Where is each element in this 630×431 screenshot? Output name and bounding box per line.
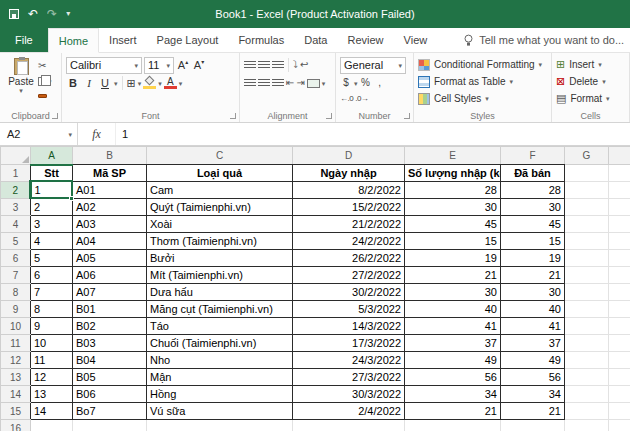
increase-decimal-icon[interactable]: ←.0	[340, 95, 353, 103]
cell-G11[interactable]	[565, 335, 609, 352]
bold-button[interactable]: B	[66, 78, 80, 89]
row-header-6[interactable]: 6	[1, 250, 31, 267]
cell-D12[interactable]: 24/3/2022	[293, 352, 405, 369]
cell-D14[interactable]: 30/3/2022	[293, 386, 405, 403]
cell-F7[interactable]: 21	[501, 267, 565, 284]
cell-G12[interactable]	[565, 352, 609, 369]
cell-F5[interactable]: 15	[501, 233, 565, 250]
cell-A7[interactable]: 6	[31, 267, 73, 284]
cell-G14[interactable]	[565, 386, 609, 403]
merge-center-icon[interactable]	[307, 79, 320, 88]
cell-A13[interactable]: 12	[31, 369, 73, 386]
cell-D15[interactable]: 2/4/2022	[293, 403, 405, 420]
cell-D10[interactable]: 14/3/2022	[293, 318, 405, 335]
cell-F12[interactable]: 49	[501, 352, 565, 369]
tab-review[interactable]: Review	[337, 28, 393, 52]
cell-C16[interactable]	[147, 420, 293, 431]
align-center-icon[interactable]	[258, 79, 270, 88]
delete-button[interactable]: ⊠ Delete ▾	[556, 73, 625, 90]
tab-page-layout[interactable]: Page Layout	[147, 28, 229, 52]
row-header-4[interactable]: 4	[1, 216, 31, 233]
cell-B12[interactable]: B04	[73, 352, 147, 369]
cell-A4[interactable]: 3	[31, 216, 73, 233]
cell-F6[interactable]: 19	[501, 250, 565, 267]
cell-C12[interactable]: Nho	[147, 352, 293, 369]
decrease-decimal-icon[interactable]: .0→	[355, 95, 368, 103]
cell-G15[interactable]	[565, 403, 609, 420]
cell-C4[interactable]: Xoài	[147, 216, 293, 233]
cell-E4[interactable]: 45	[405, 216, 501, 233]
row-header-15[interactable]: 15	[1, 403, 31, 420]
cell-B11[interactable]: B03	[73, 335, 147, 352]
cell-B10[interactable]: B02	[73, 318, 147, 335]
cell-G1[interactable]	[565, 165, 609, 182]
format-painter-button[interactable]	[38, 90, 52, 102]
cell-B7[interactable]: A06	[73, 267, 147, 284]
row-header-8[interactable]: 8	[1, 284, 31, 301]
tell-me-box[interactable]: Tell me what you want to do...	[463, 28, 624, 52]
cell-F8[interactable]: 30	[501, 284, 565, 301]
tab-file[interactable]: File	[0, 28, 48, 52]
formula-input[interactable]: 1	[116, 123, 630, 145]
row-header-5[interactable]: 5	[1, 233, 31, 250]
format-button[interactable]: ▤ Format ▾	[556, 90, 625, 107]
row-header-7[interactable]: 7	[1, 267, 31, 284]
tab-data[interactable]: Data	[294, 28, 337, 52]
format-as-table-button[interactable]: Format as Table ▾	[418, 73, 547, 90]
comma-style-button[interactable]: ,	[374, 78, 386, 88]
cell-E2[interactable]: 28	[405, 182, 501, 199]
cell-E15[interactable]: 21	[405, 403, 501, 420]
decrease-font-size-button[interactable]: A▾	[192, 59, 206, 71]
font-size-combo[interactable]: 11 ▾	[144, 57, 174, 74]
cell-F2[interactable]: 28	[501, 182, 565, 199]
save-icon[interactable]	[9, 9, 19, 19]
percent-style-button[interactable]: %	[360, 78, 372, 88]
decrease-indent-icon[interactable]: ⇤	[286, 78, 294, 88]
cell-F9[interactable]: 40	[501, 301, 565, 318]
cell-F11[interactable]: 37	[501, 335, 565, 352]
fill-color-button[interactable]	[143, 76, 156, 90]
cell-C11[interactable]: Chuối (Taimienphi.vn)	[147, 335, 293, 352]
copy-button[interactable]: ▾	[38, 75, 52, 87]
cell-G9[interactable]	[565, 301, 609, 318]
row-header-2[interactable]: 2	[1, 182, 31, 199]
cell-E11[interactable]: 37	[405, 335, 501, 352]
cell-C5[interactable]: Thơm (Taimienphi.vn)	[147, 233, 293, 250]
column-header-G[interactable]: G	[565, 147, 609, 165]
paste-button[interactable]: Paste ▾	[4, 56, 38, 109]
row-header-13[interactable]: 13	[1, 369, 31, 386]
row-header-3[interactable]: 3	[1, 199, 31, 216]
increase-font-size-button[interactable]: A▴	[176, 59, 190, 71]
underline-button[interactable]: U	[98, 78, 112, 89]
cell-F4[interactable]: 45	[501, 216, 565, 233]
cell-A12[interactable]: 11	[31, 352, 73, 369]
row-header-9[interactable]: 9	[1, 301, 31, 318]
cell-G13[interactable]	[565, 369, 609, 386]
align-top-icon[interactable]	[244, 61, 256, 70]
cell-E13[interactable]: 56	[405, 369, 501, 386]
cut-button[interactable]: ✂	[38, 60, 52, 72]
row-header-11[interactable]: 11	[1, 335, 31, 352]
clipboard-dialog-launcher-icon[interactable]	[52, 113, 58, 119]
cell-G8[interactable]	[565, 284, 609, 301]
cell-E6[interactable]: 19	[405, 250, 501, 267]
cell-B14[interactable]: B06	[73, 386, 147, 403]
cell-G7[interactable]	[565, 267, 609, 284]
align-right-icon[interactable]	[272, 79, 284, 88]
cell-F16[interactable]	[501, 420, 565, 431]
column-header-B[interactable]: B	[73, 147, 147, 165]
column-header-C[interactable]: C	[147, 147, 293, 165]
cell-E10[interactable]: 41	[405, 318, 501, 335]
cell-E8[interactable]: 30	[405, 284, 501, 301]
cell-C7[interactable]: Mít (Taimienphi.vn)	[147, 267, 293, 284]
column-header-D[interactable]: D	[293, 147, 405, 165]
align-left-icon[interactable]	[244, 79, 256, 88]
conditional-formatting-button[interactable]: Conditional Formatting ▾	[418, 56, 547, 73]
cell-D13[interactable]: 27/3/2022	[293, 369, 405, 386]
cell-C14[interactable]: Hồng	[147, 386, 293, 403]
cell-D9[interactable]: 5/3/2022	[293, 301, 405, 318]
select-all-button[interactable]	[1, 147, 31, 165]
cell-A6[interactable]: 5	[31, 250, 73, 267]
alignment-dialog-launcher-icon[interactable]	[326, 113, 332, 119]
wrap-text-icon[interactable]: ↩	[300, 60, 308, 70]
